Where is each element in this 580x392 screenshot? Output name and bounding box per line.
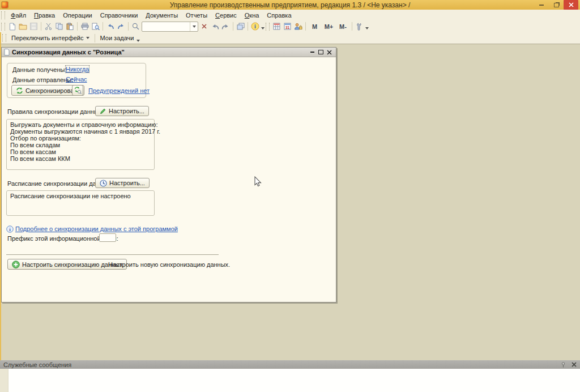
open-windows-button[interactable] — [235, 22, 246, 32]
sync-dialog: Синхронизация данных с "Розница" Данные … — [1, 47, 336, 302]
new-document-button[interactable] — [7, 22, 18, 32]
menu-item-service[interactable]: Сервис — [211, 11, 241, 20]
print-icon — [81, 23, 89, 30]
setup-sync-label: Настроить синхронизацию данных — [22, 261, 122, 268]
setup-sync-hint: Настроить новую синхронизацию данных. — [108, 261, 230, 268]
data-sent-label: Данные отправлены: — [12, 76, 73, 83]
mdi-workspace: Синхронизация данных с "Розница" Данные … — [0, 44, 580, 360]
calculator-button[interactable] — [271, 22, 282, 32]
paste-button[interactable] — [65, 22, 75, 32]
toolbar-separator — [233, 22, 233, 31]
rules-line: Отбор по организациям: — [10, 135, 151, 142]
restore-button[interactable] — [549, 0, 564, 10]
configure-rules-button[interactable]: Настроить... — [95, 106, 149, 116]
pin-button[interactable] — [561, 362, 566, 368]
messages-icon-gutter — [0, 369, 8, 392]
save-button[interactable] — [28, 22, 39, 32]
chevron-down-icon — [86, 37, 89, 39]
print-preview-icon — [92, 23, 100, 30]
menu-item-reports[interactable]: Отчеты — [182, 11, 211, 20]
chevron-down-icon — [137, 40, 140, 42]
paste-icon — [66, 23, 74, 30]
info-dropdown-icon[interactable] — [261, 27, 265, 29]
rules-description-box: Выгружать документы и справочную информа… — [6, 119, 155, 170]
print-button[interactable] — [79, 22, 90, 32]
minimize-button[interactable] — [534, 0, 549, 10]
dialog-minimize-button[interactable] — [308, 49, 317, 56]
close-button[interactable] — [564, 0, 578, 10]
sync-dialog-titlebar[interactable]: Синхронизация данных с "Розница" — [2, 48, 336, 57]
data-sent-link[interactable]: Сейчас — [66, 76, 87, 83]
sync-details-button[interactable] — [72, 85, 83, 96]
document-icon — [4, 49, 10, 56]
copy-button[interactable] — [54, 22, 65, 32]
search-combobox — [142, 22, 198, 32]
nav-forward-icon — [221, 23, 230, 30]
more-info-link[interactable]: Подробнее о синхронизации данных с этой … — [15, 225, 178, 232]
service-messages-bar[interactable]: Служебные сообщения — [0, 360, 580, 369]
warnings-link[interactable]: Предупреждений нет — [88, 87, 150, 94]
rules-line: Выгружать документы и справочную информа… — [10, 121, 151, 128]
find-button[interactable] — [130, 22, 141, 32]
titlebar: Управление производственным предприятием… — [0, 0, 580, 10]
undo-button[interactable] — [105, 22, 116, 32]
memory-recall-button[interactable]: M — [308, 22, 322, 32]
nav-back-icon — [211, 23, 219, 30]
toolbar-separator — [95, 34, 95, 42]
sync-dialog-title: Синхронизация данных с "Розница" — [12, 49, 308, 56]
menu-item-windows[interactable]: Окна — [241, 11, 263, 20]
settings-button[interactable] — [354, 22, 365, 32]
pencil-icon — [100, 108, 106, 114]
info-button[interactable]: i — [250, 22, 261, 32]
cut-button[interactable] — [43, 22, 54, 32]
menu-item-file[interactable]: Файл — [7, 11, 30, 20]
messages-close-button[interactable] — [572, 362, 577, 367]
open-button[interactable] — [18, 22, 28, 32]
svg-text:31: 31 — [285, 25, 290, 29]
configure-schedule-button[interactable]: Настроить... — [95, 178, 150, 188]
switch-interface-button[interactable]: Переключить интерфейс — [8, 33, 93, 42]
menubar-grip[interactable] — [1, 11, 5, 19]
rules-line: По всем кассам — [10, 148, 151, 155]
memory-minus-button[interactable]: M- — [336, 22, 350, 32]
menu-item-operations[interactable]: Операции — [59, 11, 96, 20]
nav-back-button[interactable] — [210, 22, 220, 32]
sync-arrows-icon — [16, 87, 23, 94]
search-icon — [132, 23, 139, 30]
nav-forward-button[interactable] — [220, 22, 231, 32]
prefix-input[interactable] — [99, 233, 116, 242]
toolbar-grip[interactable] — [266, 23, 270, 31]
calendar-button[interactable]: 31 — [282, 22, 293, 32]
save-icon — [30, 23, 37, 30]
clear-search-button[interactable] — [199, 22, 210, 32]
settings-dropdown-icon[interactable] — [365, 27, 369, 29]
search-dropdown-button[interactable] — [190, 22, 198, 31]
menu-item-documents[interactable]: Документы — [142, 11, 182, 20]
print-preview-button[interactable] — [90, 22, 101, 32]
menu-item-help[interactable]: Справка — [263, 11, 295, 20]
close-icon — [569, 2, 574, 7]
rules-label: Правила синхронизации данных: — [7, 108, 103, 115]
cut-icon — [45, 23, 52, 30]
configure-schedule-label: Настроить... — [109, 180, 145, 186]
toolbar-grip[interactable] — [2, 34, 6, 42]
memory-plus-button[interactable]: M+ — [322, 22, 336, 32]
menu-item-edit[interactable]: Правка — [30, 11, 59, 20]
dialog-close-button[interactable] — [325, 49, 334, 56]
service-messages-title: Служебные сообщения — [3, 361, 561, 368]
redo-button[interactable] — [116, 22, 126, 32]
chevron-down-icon — [193, 25, 196, 28]
toolbar-grip[interactable] — [1, 23, 5, 31]
switch-interface-label: Переключить интерфейс — [11, 35, 84, 41]
toolbar-separator — [305, 22, 306, 31]
menu-item-catalogs[interactable]: Справочники — [96, 11, 142, 20]
service-messages-panel — [0, 369, 580, 392]
my-tasks-button[interactable]: Мои задачи — [97, 33, 144, 43]
new-document-icon — [8, 23, 16, 31]
search-input[interactable] — [142, 23, 190, 30]
toolbar-separator — [41, 22, 41, 31]
data-received-link[interactable]: Никогда — [66, 66, 89, 73]
schedule-description-box: Расписание синхронизации не настроено — [6, 190, 155, 216]
dialog-maximize-button[interactable] — [317, 49, 325, 56]
user-permissions-button[interactable] — [293, 22, 304, 32]
